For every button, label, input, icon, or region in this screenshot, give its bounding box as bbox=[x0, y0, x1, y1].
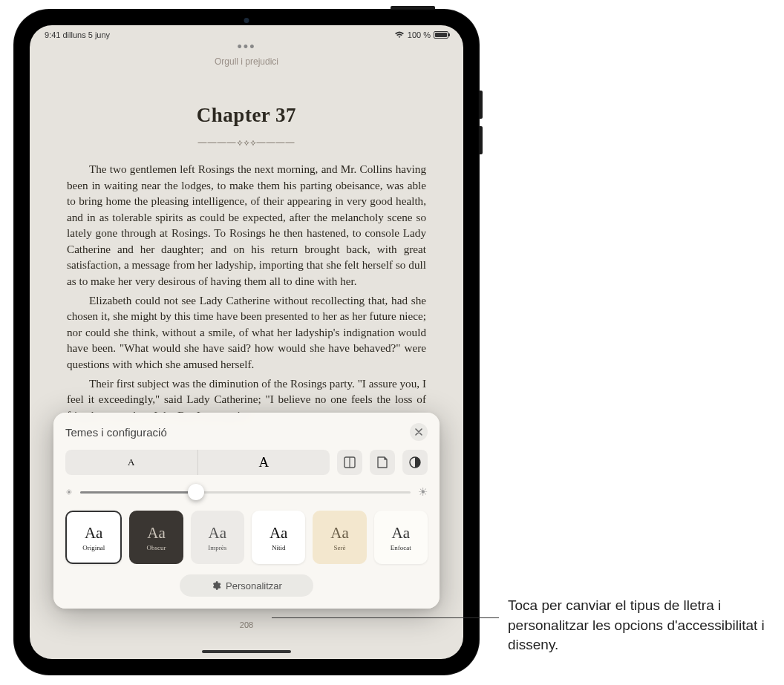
volume-up-button bbox=[480, 91, 483, 119]
wifi-icon bbox=[394, 31, 405, 39]
gear-icon bbox=[211, 580, 221, 591]
theme-aa: Aa bbox=[85, 524, 103, 543]
font-larger-button[interactable]: A bbox=[198, 450, 330, 475]
callout-line bbox=[272, 617, 499, 618]
page-content[interactable]: Chapter 37 ————⟡⟡⟡———— The two gentlemen… bbox=[30, 67, 463, 423]
controls-row: A A bbox=[65, 450, 428, 475]
theme-label: Nítid bbox=[272, 544, 286, 551]
font-smaller-button[interactable]: A bbox=[65, 450, 198, 475]
theme-impres[interactable]: Aa Imprès bbox=[191, 511, 244, 564]
divider-ornament: ————⟡⟡⟡———— bbox=[67, 137, 426, 148]
page-columns-icon bbox=[343, 456, 356, 469]
chapter-heading: Chapter 37 bbox=[67, 104, 426, 127]
panel-header: Temes i configuració bbox=[65, 423, 428, 441]
theme-aa: Aa bbox=[209, 524, 227, 543]
volume-down-button bbox=[480, 126, 483, 154]
status-right: 100 % bbox=[394, 30, 448, 39]
brightness-slider[interactable] bbox=[80, 491, 411, 494]
brightness-slider-row: ☀ ☀ bbox=[65, 485, 428, 499]
theme-label: Serè bbox=[333, 544, 345, 551]
paragraph: The two gentlemen left Rosings the next … bbox=[67, 161, 426, 289]
camera-icon bbox=[244, 18, 249, 23]
book-title: Orgull i prejudici bbox=[30, 56, 463, 67]
customize-label: Personalitzar bbox=[226, 580, 282, 591]
theme-aa: Aa bbox=[270, 524, 288, 543]
close-icon bbox=[415, 428, 422, 436]
theme-label: Enfocat bbox=[391, 544, 411, 551]
paragraph: Elizabeth could not see Lady Catherine w… bbox=[67, 292, 426, 373]
theme-obscur[interactable]: Aa Obscur bbox=[129, 511, 183, 564]
close-button[interactable] bbox=[410, 423, 428, 441]
sun-small-icon: ☀ bbox=[65, 488, 73, 497]
screen: 9:41 dilluns 5 juny 100 % ••• Orgull i p… bbox=[30, 25, 463, 659]
page-style-button[interactable] bbox=[370, 450, 395, 475]
page-number: 208 bbox=[30, 620, 463, 629]
more-icon[interactable]: ••• bbox=[30, 43, 463, 50]
scroll-mode-button[interactable] bbox=[337, 450, 362, 475]
sun-large-icon: ☀ bbox=[418, 485, 428, 499]
theme-label: Obscur bbox=[146, 544, 166, 551]
theme-original[interactable]: Aa Original bbox=[65, 511, 122, 564]
theme-label: Original bbox=[82, 544, 105, 551]
theme-aa: Aa bbox=[330, 524, 349, 543]
page-corner-icon bbox=[376, 456, 388, 469]
themes-settings-panel: Temes i configuració A A bbox=[53, 413, 440, 609]
themes-row: Aa Original Aa Obscur Aa Imprès Aa Nítid… bbox=[65, 511, 428, 564]
theme-sere[interactable]: Aa Serè bbox=[313, 511, 366, 564]
slider-thumb[interactable] bbox=[188, 484, 204, 500]
callout-text: Toca per canviar el tipus de lletra i pe… bbox=[508, 596, 768, 655]
theme-aa: Aa bbox=[392, 524, 411, 543]
panel-title: Temes i configuració bbox=[65, 426, 167, 439]
battery-icon bbox=[434, 31, 448, 39]
ipad-frame: 9:41 dilluns 5 juny 100 % ••• Orgull i p… bbox=[13, 9, 480, 675]
battery-percent: 100 % bbox=[408, 30, 431, 39]
power-button bbox=[391, 6, 435, 9]
status-time-date: 9:41 dilluns 5 juny bbox=[45, 30, 110, 39]
theme-enfocat[interactable]: Aa Enfocat bbox=[374, 511, 428, 564]
theme-label: Imprès bbox=[208, 544, 226, 551]
font-size-stepper: A A bbox=[65, 450, 330, 475]
customize-button[interactable]: Personalitzar bbox=[180, 574, 313, 597]
theme-nitid[interactable]: Aa Nítid bbox=[252, 511, 305, 564]
slider-fill bbox=[80, 491, 196, 494]
home-indicator[interactable] bbox=[202, 650, 291, 653]
theme-aa: Aa bbox=[147, 524, 166, 543]
appearance-toggle-button[interactable] bbox=[402, 450, 428, 475]
contrast-icon bbox=[408, 456, 422, 469]
